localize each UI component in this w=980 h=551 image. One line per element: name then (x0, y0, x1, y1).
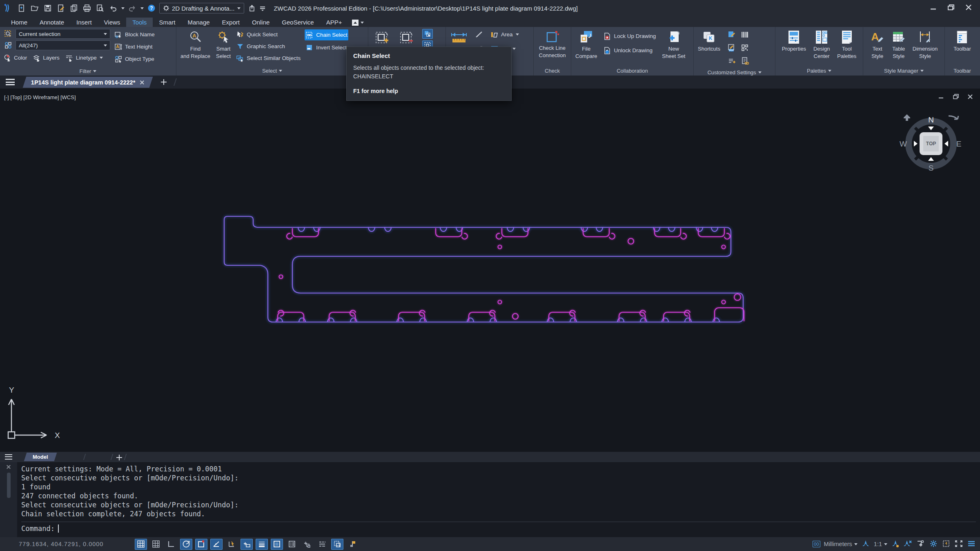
panel-customized-settings-label[interactable]: Customized Settings (694, 69, 775, 76)
qr-code-icon[interactable] (739, 43, 750, 53)
minimize-button[interactable] (930, 4, 937, 12)
lock-up-drawing-button[interactable]: Lock Up Drawing (602, 31, 657, 42)
command-scrollbar[interactable] (7, 473, 11, 498)
close-button[interactable] (965, 4, 972, 12)
menu-online[interactable]: Online (246, 18, 276, 27)
filter-linetype-button[interactable]: Linetype (65, 52, 104, 63)
polar-tracking-toggle[interactable] (180, 539, 192, 550)
viewcube-home-icon[interactable] (904, 114, 910, 121)
measure-distance-button[interactable] (449, 29, 469, 47)
menu-export[interactable]: Export (216, 18, 246, 27)
design-center-button[interactable]: Design Center (812, 29, 831, 60)
open-file-icon[interactable] (29, 3, 40, 13)
viewcube-rotate-icon[interactable] (949, 116, 958, 119)
new-file-icon[interactable] (16, 3, 27, 13)
viewcube-west[interactable]: W (900, 140, 907, 148)
alias-edit-icon[interactable] (726, 30, 737, 40)
toolbar-button[interactable]: Toolbar (952, 29, 972, 60)
menu-insert[interactable]: Insert (70, 18, 98, 27)
object-snap-tracking-toggle[interactable] (225, 539, 238, 550)
hardware-acceleration-icon[interactable] (942, 540, 951, 549)
filter-scope-combo[interactable]: All(247) (16, 40, 110, 50)
model-tab[interactable]: Model (24, 453, 57, 461)
viewcube-arrow-north[interactable] (928, 127, 934, 130)
new-tab-button[interactable] (161, 79, 167, 85)
list-add-icon[interactable] (726, 56, 737, 66)
quick-properties-toggle[interactable] (301, 539, 313, 550)
redo-icon[interactable] (127, 3, 138, 13)
unlock-drawing-button[interactable]: Unlock Drawing (602, 45, 657, 56)
annotation-scale-selector[interactable]: 1:1 (874, 541, 887, 547)
menu-geoservice[interactable]: GeoService (276, 18, 320, 27)
properties-button[interactable]: Properties (781, 29, 807, 60)
new-layout-button[interactable] (116, 455, 121, 459)
workspace-selector[interactable]: 2D Drafting & Annota... (159, 3, 244, 13)
viewcube-arrow-east[interactable] (944, 141, 948, 147)
command-input-row[interactable]: Command: (21, 522, 976, 535)
transparency-toggle[interactable] (271, 539, 283, 550)
dynamic-input-toggle[interactable] (241, 539, 253, 550)
pgp-edit-icon[interactable]: PGP (726, 43, 737, 53)
save-as-icon[interactable] (56, 3, 66, 13)
barcode-icon[interactable] (739, 30, 750, 40)
add-to-selection-button[interactable] (373, 29, 392, 47)
redo-dropdown-icon[interactable] (140, 7, 144, 9)
smart-select-button[interactable]: Smart Select (215, 29, 232, 60)
menu-home[interactable]: Home (5, 18, 33, 27)
graphic-search-button[interactable]: Graphic Search (235, 41, 301, 52)
file-compare-button[interactable]: File Compare (574, 29, 598, 60)
preview-icon[interactable] (95, 3, 105, 13)
panel-style-manager-label[interactable]: Style Manager (863, 66, 944, 76)
viewcube-east[interactable]: E (956, 140, 962, 148)
panel-toolbar-label[interactable]: Toolbar (945, 66, 980, 76)
area-button[interactable]: Area (490, 29, 520, 40)
panel-palettes-label[interactable]: Palettes (775, 66, 863, 76)
panel-select-label[interactable]: Select (176, 66, 368, 76)
cad-drawing[interactable] (0, 89, 980, 452)
annotation-flag-toggle[interactable] (346, 539, 359, 550)
annotation-visibility-icon[interactable] (891, 540, 900, 549)
selection-search-icon[interactable] (3, 29, 13, 39)
view-cube[interactable]: N S W E TOP (896, 107, 966, 176)
tool-palettes-button[interactable]: Tool Palettes (836, 29, 858, 60)
select-touching-button[interactable] (422, 29, 433, 39)
print-icon[interactable] (82, 3, 92, 13)
undo-icon[interactable] (108, 3, 118, 13)
menu-smart[interactable]: Smart (153, 18, 181, 27)
grid-display-toggle[interactable] (135, 539, 147, 550)
filter-text-height-button[interactable]: A Text Height (114, 41, 156, 52)
annotation-scale-icon[interactable] (861, 540, 870, 549)
snap-mode-toggle[interactable] (150, 539, 162, 550)
dimension-style-button[interactable]: Dimension Style (911, 29, 939, 60)
viewcube-top-face[interactable]: TOP (920, 132, 942, 155)
status-menu-icon[interactable] (967, 540, 976, 549)
command-history[interactable]: Current settings: Mode = All, Precision … (17, 462, 980, 537)
auto-annotation-icon[interactable] (904, 540, 913, 549)
quick-select-button[interactable]: Quick Select (235, 29, 301, 40)
selection-cycling-toggle[interactable] (331, 539, 343, 550)
properties-panel-toggle[interactable] (286, 539, 298, 550)
select-similar-button[interactable]: Select Similar Objects (235, 53, 301, 64)
panel-collaboration-label[interactable]: Collaboration (571, 66, 693, 76)
tab-menu-icon[interactable] (6, 79, 15, 85)
viewcube-north[interactable]: N (928, 116, 934, 124)
object-snap-toggle[interactable] (195, 539, 207, 550)
layout-menu-icon[interactable] (5, 454, 12, 460)
chain-select-button[interactable]: Chain Select (305, 29, 348, 40)
lineweight-toggle[interactable] (256, 539, 268, 550)
object-snap-angle-toggle[interactable] (210, 539, 223, 550)
new-sheet-set-button[interactable]: New Sheet Set (661, 29, 686, 60)
restore-button[interactable] (947, 4, 955, 12)
doc-link-icon[interactable] (739, 56, 750, 66)
filter-layers-button[interactable]: Layers (32, 52, 60, 63)
help-icon[interactable]: ? (146, 3, 157, 13)
viewcube-arrow-south[interactable] (928, 157, 934, 161)
shortcuts-button[interactable]: K Shortcuts (697, 29, 722, 53)
filter-selection-combo[interactable]: Current selection (16, 29, 110, 39)
document-tab-active[interactable]: 1P14S light plate diagram 0914-2222* (23, 77, 153, 88)
panel-check-label[interactable]: Check (534, 66, 571, 76)
menu-appplus[interactable]: APP+ (320, 18, 348, 27)
menu-annotate[interactable]: Annotate (33, 18, 70, 27)
filter-block-name-button[interactable]: Block Name (114, 29, 156, 40)
fullscreen-icon[interactable] (954, 540, 963, 549)
